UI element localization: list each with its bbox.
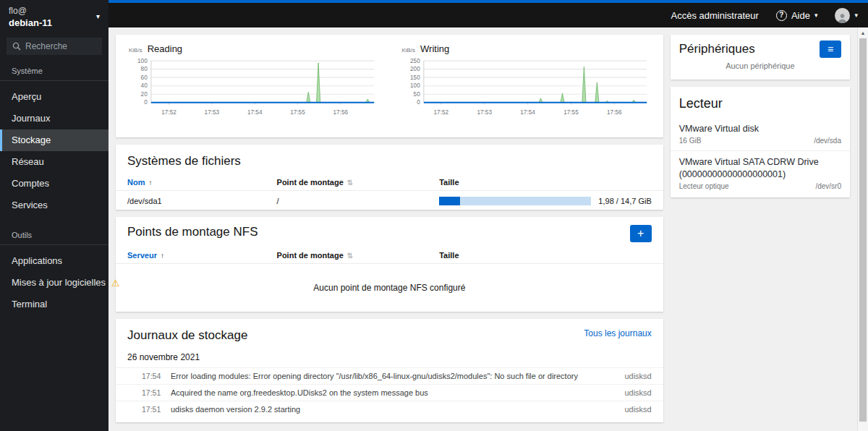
svg-text:17:53: 17:53 [477, 109, 493, 116]
svg-text:250: 250 [410, 58, 420, 64]
log-entry[interactable]: 17:51 Acquired the name org.freedesktop.… [116, 384, 663, 401]
logs-date: 26 novembre 2021 [116, 344, 663, 367]
svg-text:60: 60 [141, 74, 148, 81]
user-icon [837, 12, 848, 23]
svg-text:0: 0 [144, 99, 148, 106]
sort-by-name[interactable]: Nom [127, 178, 145, 187]
sidebar-item-stockage[interactable]: Stockage [0, 129, 109, 151]
search-box[interactable] [7, 38, 102, 55]
writing-chart-unit: KiB/s [401, 47, 415, 54]
sidebar-item-terminal[interactable]: Terminal [0, 294, 109, 315]
fs-name: /dev/sda1 [127, 197, 277, 205]
svg-text:17:55: 17:55 [564, 109, 579, 116]
all-logs-link[interactable]: Tous les journaux [584, 328, 651, 338]
warning-icon: ⚠ [111, 278, 120, 288]
sort-asc-icon: ↑ [161, 252, 164, 260]
sidebar-item-journaux[interactable]: Journaux [0, 108, 109, 129]
fs-mount: / [277, 197, 440, 205]
sidebar-item-reseau[interactable]: Réseau [0, 151, 109, 173]
filesystems-table-header: Nom↑ Point de montage⇅ Taille [116, 174, 663, 191]
drive-item-sda[interactable]: VMware Virtual disk 16 GiB /dev/sda [671, 118, 850, 150]
log-message: Error loading modules: Error opening dir… [171, 372, 616, 380]
logs-title: Journaux de stockage [127, 328, 247, 343]
reading-chart-unit: KiB/s [129, 47, 142, 54]
log-time: 17:51 [142, 405, 165, 414]
host-name: debian-11 [9, 17, 100, 28]
devices-card: Périphériques ≡ Aucun périphérique [671, 35, 850, 80]
col-size: Taille [439, 251, 459, 260]
fs-usage-label: 1,98 / 14,7 GiB [598, 197, 651, 205]
reading-chart-title: Reading [148, 43, 182, 54]
sidebar-item-apercu[interactable]: Aperçu [0, 86, 109, 108]
sidebar-item-services[interactable]: Services [0, 195, 109, 216]
devices-empty-state: Aucun périphérique [671, 58, 850, 70]
storage-logs-card: Journaux de stockage Tous les journaux 2… [116, 319, 663, 422]
sidebar-item-comptes[interactable]: Comptes [0, 173, 109, 195]
log-service: udisksd [624, 372, 651, 380]
svg-text:50: 50 [414, 91, 421, 98]
log-entry[interactable]: 17:51 udisks daemon version 2.9.2 starti… [116, 401, 663, 417]
sidebar-item-applications[interactable]: Applications [0, 250, 109, 272]
host-user: flo@ [9, 6, 100, 16]
nfs-title: Points de montage NFS [127, 225, 258, 239]
page-scrollbar: ▲ [857, 27, 868, 431]
drive-name: VMware Virtual SATA CDRW Drive (00000000… [679, 156, 841, 180]
sidebar-item-mises-a-jour[interactable]: Mises à jour logicielles⚠ [0, 272, 109, 294]
log-entry[interactable]: 17:54 Error loading modules: Error openi… [116, 367, 663, 384]
svg-text:0: 0 [417, 99, 421, 106]
drive-item-sr0[interactable]: VMware Virtual SATA CDRW Drive (00000000… [671, 150, 850, 196]
help-icon: ? [776, 10, 787, 21]
svg-text:100: 100 [410, 82, 420, 89]
sort-by-server[interactable]: Serveur [127, 251, 157, 260]
col-mount-point[interactable]: Point de montage [277, 178, 344, 187]
reading-chart: KiB/s Reading 02040608010017:5217:5317:5… [129, 43, 377, 137]
svg-text:17:54: 17:54 [521, 109, 536, 116]
scrollbar-thumb[interactable] [859, 38, 867, 422]
search-input[interactable] [25, 41, 96, 51]
fs-usage-fill [439, 197, 459, 205]
drives-title: Lecteur [671, 87, 850, 118]
svg-text:80: 80 [141, 66, 148, 72]
sort-icon: ⇅ [347, 179, 353, 187]
writing-chart-title: Writing [420, 43, 449, 54]
col-size: Taille [439, 178, 459, 187]
reading-chart-svg: 02040608010017:5217:5317:5417:5517:56 [129, 58, 377, 120]
scrollbar-up-button[interactable]: ▲ [858, 27, 868, 38]
col-mount-point[interactable]: Point de montage [277, 251, 344, 260]
sort-asc-icon: ↑ [148, 179, 152, 187]
svg-text:17:52: 17:52 [434, 109, 449, 116]
nfs-table-header: Serveur↑ Point de montage⇅ Taille [116, 247, 663, 264]
nav-section-tools: Outils [0, 223, 109, 244]
svg-text:17:54: 17:54 [247, 109, 263, 116]
filesystems-card: Systèmes de fichiers Nom↑ Point de monta… [116, 145, 663, 210]
devices-menu-button[interactable]: ≡ [820, 40, 841, 58]
user-menu[interactable]: ▾ [835, 8, 858, 23]
writing-chart: KiB/s Writing 05010015020025017:5217:531… [401, 43, 650, 137]
svg-text:20: 20 [141, 91, 148, 98]
svg-text:200: 200 [410, 66, 420, 72]
table-row-sda1[interactable]: /dev/sda1 / 1,98 / 14,7 GiB [116, 191, 663, 210]
add-nfs-button[interactable]: + [630, 225, 652, 242]
sort-icon: ⇅ [347, 252, 353, 260]
filesystems-title: Systèmes de fichiers [116, 145, 663, 174]
nfs-empty-state: Aucun point de montage NFS configuré [116, 264, 663, 312]
chevron-down-icon: ▾ [814, 12, 818, 19]
svg-text:150: 150 [410, 74, 420, 81]
drive-name: VMware Virtual disk [679, 123, 841, 135]
search-icon [12, 42, 21, 51]
log-message: udisks daemon version 2.9.2 starting [171, 405, 616, 414]
io-charts-card: KiB/s Reading 02040608010017:5217:5317:5… [116, 35, 663, 137]
svg-text:40: 40 [141, 82, 148, 89]
host-switcher[interactable]: flo@ debian-11 ▾ [0, 0, 109, 33]
log-time: 17:51 [142, 388, 165, 397]
drive-path: /dev/sr0 [815, 182, 841, 190]
sidebar: flo@ debian-11 ▾ Système Aperçu Journaux… [0, 0, 109, 431]
chevron-down-icon: ▾ [854, 12, 858, 19]
admin-access-button[interactable]: Accès administrateur [671, 10, 759, 21]
drive-detail: 16 GiB [679, 137, 702, 145]
storage-page: KiB/s Reading 02040608010017:5217:5317:5… [109, 27, 857, 431]
log-service: udisksd [624, 405, 651, 414]
drive-path: /dev/sda [814, 137, 841, 145]
svg-text:17:55: 17:55 [290, 109, 305, 116]
help-menu[interactable]: ? Aide ▾ [776, 10, 818, 21]
